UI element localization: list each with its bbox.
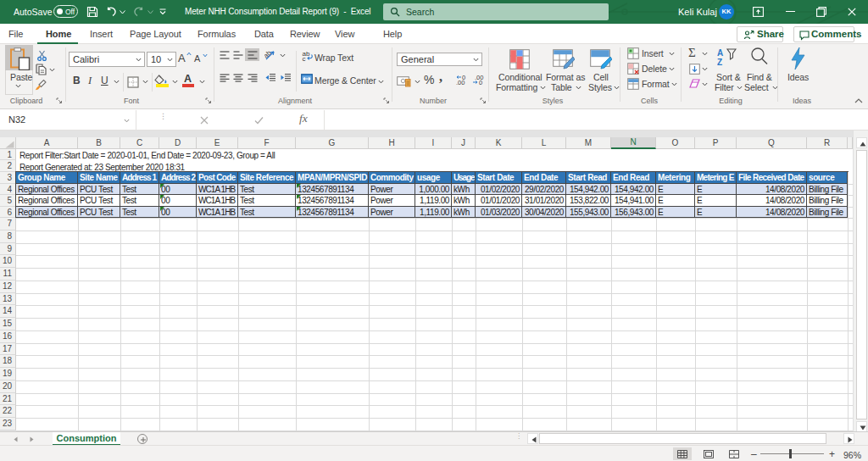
svg-text:Z: Z	[717, 58, 722, 65]
svg-text:0: 0	[462, 75, 465, 81]
svg-text:0: 0	[479, 79, 482, 86]
svg-text:ab: ab	[264, 49, 273, 59]
svg-text:c: c	[303, 55, 306, 62]
svg-text:A: A	[717, 48, 723, 58]
